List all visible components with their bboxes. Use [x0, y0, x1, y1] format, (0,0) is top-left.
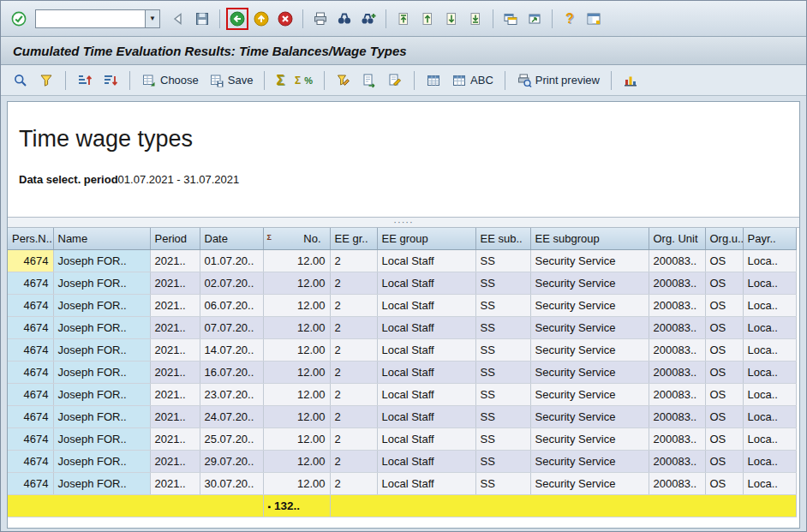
column-header-eegr[interactable]: EE gr..	[330, 228, 377, 249]
sort-descending-button[interactable]	[99, 69, 122, 92]
cell-no[interactable]: 12.00	[263, 316, 330, 338]
arrow-left-button[interactable]	[167, 8, 189, 30]
cell-eegr[interactable]: 2	[330, 249, 377, 272]
cell-orgunit[interactable]: 200083..	[649, 294, 705, 316]
cell-orgu[interactable]: OS	[705, 272, 743, 294]
total-button[interactable]: Σ	[272, 69, 288, 92]
command-field[interactable]	[35, 9, 145, 28]
cell-period[interactable]: 2021..	[150, 294, 200, 316]
cell-orgunit[interactable]: 200083..	[649, 427, 705, 450]
column-header-period[interactable]: Period	[150, 228, 200, 249]
cancel-button[interactable]	[274, 8, 296, 30]
cell-eegr[interactable]: 2	[330, 450, 377, 472]
cell-eesub[interactable]: SS	[475, 249, 530, 272]
print-button[interactable]	[309, 8, 332, 30]
cell-payr[interactable]: Loca..	[743, 450, 796, 472]
cell-period[interactable]: 2021..	[150, 316, 200, 338]
cell-eesubgroup[interactable]: Security Service	[530, 294, 649, 316]
cell-eesub[interactable]: SS	[475, 294, 530, 316]
cell-date[interactable]: 29.07.20..	[200, 450, 263, 472]
customize-layout-button[interactable]	[583, 8, 605, 30]
cell-period[interactable]: 2021..	[150, 450, 200, 472]
cell-eesubgroup[interactable]: Security Service	[530, 472, 649, 494]
cell-eegr[interactable]: 2	[330, 316, 377, 338]
set-filter-button[interactable]	[332, 69, 355, 92]
table-row[interactable]: 4674 Joseph FOR.. 2021.. 29.07.20.. 12.0…	[8, 450, 796, 472]
cell-eegr[interactable]: 2	[330, 361, 377, 383]
table-row[interactable]: 4674 Joseph FOR.. 2021.. 06.07.20.. 12.0…	[8, 294, 796, 316]
cell-persno[interactable]: 4674	[8, 249, 53, 272]
cell-date[interactable]: 25.07.20..	[200, 427, 263, 450]
cell-date[interactable]: 07.07.20..	[200, 316, 263, 338]
cell-orgu[interactable]: OS	[705, 316, 743, 338]
cell-orgu[interactable]: OS	[705, 249, 743, 272]
create-shortcut-button[interactable]	[523, 8, 546, 30]
cell-orgu[interactable]: OS	[705, 472, 743, 494]
table-row[interactable]: 4674 Joseph FOR.. 2021.. 01.07.20.. 12.0…	[8, 249, 796, 272]
cell-orgunit[interactable]: 200083..	[649, 249, 705, 272]
cell-period[interactable]: 2021..	[150, 472, 200, 494]
cell-eesub[interactable]: SS	[475, 405, 530, 427]
cell-eegroup[interactable]: Local Staff	[377, 249, 475, 272]
cell-name[interactable]: Joseph FOR..	[53, 294, 150, 316]
cell-no[interactable]: 12.00	[263, 338, 330, 361]
enter-button[interactable]	[8, 8, 30, 30]
cell-orgu[interactable]: OS	[705, 361, 743, 383]
cell-persno[interactable]: 4674	[8, 272, 53, 294]
cell-eegroup[interactable]: Local Staff	[377, 361, 475, 383]
cell-eesub[interactable]: SS	[475, 450, 530, 472]
cell-eesubgroup[interactable]: Security Service	[530, 427, 649, 450]
cell-period[interactable]: 2021..	[150, 427, 200, 450]
cell-name[interactable]: Joseph FOR..	[53, 450, 150, 472]
table-row[interactable]: 4674 Joseph FOR.. 2021.. 30.07.20.. 12.0…	[8, 472, 796, 494]
cell-eesub[interactable]: SS	[475, 316, 530, 338]
cell-eesubgroup[interactable]: Security Service	[530, 383, 649, 405]
cell-persno[interactable]: 4674	[8, 427, 53, 450]
column-header-eesubgroup[interactable]: EE subgroup	[530, 228, 649, 249]
cell-date[interactable]: 23.07.20..	[200, 383, 263, 405]
cell-eegr[interactable]: 2	[330, 427, 377, 450]
cell-eesubgroup[interactable]: Security Service	[530, 316, 649, 338]
filter-button[interactable]	[35, 69, 57, 92]
cell-period[interactable]: 2021..	[150, 361, 200, 383]
last-page-button[interactable]	[464, 8, 487, 30]
choose-layout-button[interactable]: Choose	[138, 69, 202, 92]
table-row[interactable]: 4674 Joseph FOR.. 2021.. 23.07.20.. 12.0…	[8, 383, 796, 405]
cell-orgunit[interactable]: 200083..	[649, 316, 705, 338]
cell-eegroup[interactable]: Local Staff	[377, 294, 475, 316]
cell-orgu[interactable]: OS	[705, 427, 743, 450]
abc-analysis-button[interactable]: ABC	[448, 69, 497, 92]
column-header-eesub[interactable]: EE sub..	[475, 228, 530, 249]
cell-orgu[interactable]: OS	[705, 383, 743, 405]
cell-orgunit[interactable]: 200083..	[649, 450, 705, 472]
cell-eesubgroup[interactable]: Security Service	[530, 338, 649, 361]
column-header-payr[interactable]: Payr..	[743, 228, 796, 249]
spreadsheet-button[interactable]	[422, 69, 445, 92]
cell-date[interactable]: 01.07.20..	[200, 249, 263, 272]
cell-name[interactable]: Joseph FOR..	[53, 427, 150, 450]
column-header-date[interactable]: Date	[200, 228, 263, 249]
cell-no[interactable]: 12.00	[263, 383, 330, 405]
cell-persno[interactable]: 4674	[8, 405, 53, 427]
cell-no[interactable]: 12.00	[263, 405, 330, 427]
save-layout-button[interactable]: Save	[206, 69, 257, 92]
cell-eegroup[interactable]: Local Staff	[377, 383, 475, 405]
cell-eesub[interactable]: SS	[475, 383, 530, 405]
column-header-no[interactable]: Σ No.	[263, 228, 330, 249]
cell-name[interactable]: Joseph FOR..	[53, 272, 150, 294]
cell-payr[interactable]: Loca..	[743, 405, 796, 427]
export-button[interactable]	[358, 69, 380, 92]
cell-payr[interactable]: Loca..	[743, 272, 796, 294]
cell-no[interactable]: 12.00	[263, 472, 330, 494]
cell-orgu[interactable]: OS	[705, 338, 743, 361]
cell-date[interactable]: 14.07.20..	[200, 338, 263, 361]
cell-no[interactable]: 12.00	[263, 272, 330, 294]
total-row-filler[interactable]	[8, 494, 263, 517]
cell-eegroup[interactable]: Local Staff	[377, 316, 475, 338]
cell-name[interactable]: Joseph FOR..	[53, 249, 150, 272]
table-row[interactable]: 4674 Joseph FOR.. 2021.. 16.07.20.. 12.0…	[8, 361, 796, 383]
cell-date[interactable]: 24.07.20..	[200, 405, 263, 427]
cell-persno[interactable]: 4674	[8, 316, 53, 338]
graphic-button[interactable]	[619, 69, 642, 92]
cell-eegr[interactable]: 2	[330, 338, 377, 361]
